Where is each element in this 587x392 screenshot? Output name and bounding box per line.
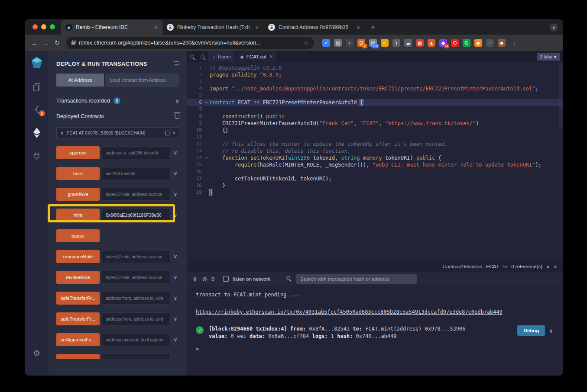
panel-menu-icon[interactable]	[174, 61, 179, 66]
expand-function-chevron-icon[interactable]: ∨	[172, 150, 179, 156]
browser-tab[interactable]: ◆Remix - Ethereum IDE×	[61, 20, 162, 35]
minimize-window-button[interactable]	[41, 24, 46, 29]
result-expand-chevron-icon[interactable]: ∨	[549, 328, 553, 334]
code-line[interactable]: 11	[187, 134, 563, 141]
function-args-input[interactable]	[102, 333, 171, 346]
code-line[interactable]: 18 }	[187, 182, 563, 189]
code-line[interactable]: 3	[187, 78, 563, 85]
code-line[interactable]: 19}	[187, 189, 563, 196]
copy-address-icon[interactable]	[165, 131, 169, 135]
expand-function-chevron-icon[interactable]: ∨	[172, 316, 179, 322]
function-button[interactable]	[56, 354, 100, 359]
ext-info-icon[interactable]: i	[392, 39, 401, 47]
expand-function-chevron-icon[interactable]: ∨	[172, 274, 179, 280]
browser-menu-icon[interactable]: ⋮	[510, 39, 518, 46]
browser-tab[interactable]: ΞRinkeby Transaction Hash (Txh×	[162, 20, 264, 35]
expand-function-chevron-icon[interactable]: ∨	[172, 337, 179, 343]
close-tab-icon[interactable]: ×	[270, 54, 273, 60]
ext-green-g-icon[interactable]: G	[462, 39, 471, 47]
ext-purple-badge-icon[interactable]: ◆14	[439, 39, 448, 47]
expand-function-chevron-icon[interactable]: ∨	[172, 170, 179, 177]
metamask-fox-icon[interactable]: ◆	[474, 39, 483, 47]
function-args-input[interactable]	[102, 209, 171, 222]
ext-blue-check-icon[interactable]: ✓	[322, 39, 331, 47]
ext-console-icon[interactable]: ›	[345, 39, 354, 47]
code-line[interactable]: 10 {}	[187, 127, 563, 134]
expand-function-chevron-icon[interactable]: ∨	[172, 191, 179, 197]
editor-scrollbar[interactable]	[559, 63, 563, 128]
code-line[interactable]: 9 ERC721PresetMinterPauserAutoId("Frank …	[187, 120, 563, 127]
zoom-in-icon[interactable]	[198, 51, 208, 62]
ext-yellow-check-icon[interactable]: ✓	[380, 39, 389, 47]
terminal-search-input[interactable]	[296, 274, 417, 284]
forward-button[interactable]: →	[40, 39, 52, 47]
transactions-expand-chevron-icon[interactable]: ∨	[175, 98, 179, 104]
expand-function-chevron-icon[interactable]: ∨	[172, 212, 179, 218]
function-button[interactable]: setApprovalFo...	[56, 333, 100, 346]
ext-puzzle-icon[interactable]: +	[486, 39, 494, 47]
clear-instances-trash-icon[interactable]	[175, 114, 179, 119]
ext-gas-tracker-icon[interactable]: ▥100	[369, 39, 377, 47]
url-text[interactable]: remix.ethereum.org/#optimize=false&runs=…	[79, 40, 300, 46]
code-line[interactable]: 17 setTokenURI(tokenId, tokenURI);	[187, 175, 563, 182]
plugin-manager-icon[interactable]	[32, 151, 41, 160]
code-line[interactable]: 15 require(hasRole(MINTER_ROLE, _msgSend…	[187, 161, 563, 168]
clear-console-icon[interactable]: ⊘	[202, 276, 208, 283]
etherscan-tx-link[interactable]: https://rinkeby.etherscan.io/tx/0x74031a…	[196, 309, 503, 315]
function-button[interactable]: safeTransferFr...	[56, 292, 100, 305]
function-button[interactable]: safeTransferFr...	[56, 312, 100, 325]
code-line[interactable]: 8 constructor() public	[187, 113, 563, 120]
remix-logo[interactable]	[30, 56, 43, 69]
deploy-run-icon[interactable]	[32, 127, 41, 138]
tab-fcat-sol[interactable]: ◆ FCAT.sol ×	[236, 51, 277, 62]
fold-chevron-icon[interactable]: ▾	[204, 99, 210, 106]
function-args-input[interactable]	[102, 250, 171, 263]
function-args-input[interactable]	[102, 188, 171, 201]
close-tab-icon[interactable]: ×	[356, 24, 361, 31]
expand-function-chevron-icon[interactable]: ∨	[172, 295, 179, 301]
code-line[interactable]: 1// @openzeppelin v3.2.0	[187, 64, 563, 71]
code-line[interactable]: 14▾ function setTokenURI(uint256 tokenId…	[187, 154, 563, 161]
ext-notes-icon[interactable]: ▤	[334, 39, 342, 47]
go-to-reference-icon[interactable]: ↪	[503, 263, 507, 270]
code-line[interactable]: 16	[187, 168, 563, 175]
listen-on-network-checkbox[interactable]	[223, 276, 229, 282]
code-editor[interactable]: 1// @openzeppelin v3.2.02pragma solidity…	[187, 62, 563, 261]
zoom-window-button[interactable]	[50, 24, 55, 29]
close-tab-icon[interactable]: ×	[153, 24, 158, 31]
tab-search-button[interactable]: ∨	[550, 23, 558, 32]
browser-tab[interactable]: ΞContract Address 0x97899b35×	[264, 20, 365, 35]
code-line[interactable]: 5	[187, 92, 563, 99]
function-button[interactable]: approve	[56, 146, 100, 159]
expand-function-chevron-icon[interactable]: ∨	[172, 254, 179, 260]
close-tab-icon[interactable]: ×	[254, 24, 259, 31]
function-button[interactable]: mint	[56, 209, 100, 222]
fold-chevron-icon[interactable]: ▾	[204, 154, 210, 161]
ext-brave-icon[interactable]: ▲	[427, 39, 436, 47]
function-button[interactable]: grantRole	[56, 188, 100, 201]
new-tab-button[interactable]: +	[367, 21, 379, 33]
tab-home[interactable]: ⌂ Home	[208, 51, 236, 62]
ext-red-o-icon[interactable]: O	[451, 39, 459, 47]
at-address-button[interactable]: At Address	[56, 74, 104, 87]
previous-reference-icon[interactable]: ∧	[546, 264, 550, 270]
back-button[interactable]: ←	[29, 39, 40, 47]
code-line[interactable]: 7	[187, 106, 563, 113]
reload-button[interactable]: ↻	[52, 39, 63, 47]
ext-cloud-icon[interactable]: ☁	[404, 39, 412, 47]
function-args-input[interactable]	[102, 146, 171, 159]
debug-button[interactable]: Debug	[517, 325, 545, 336]
remove-instance-icon[interactable]: ×	[172, 130, 175, 136]
function-args-input[interactable]	[102, 271, 171, 284]
contract-collapse-chevron-icon[interactable]: ∨	[60, 130, 64, 136]
function-button[interactable]: pause	[56, 229, 100, 242]
expand-function-chevron-icon[interactable]: ∨	[172, 357, 179, 359]
code-line[interactable]: 2pragma solidity ^0.8.0;	[187, 71, 563, 78]
function-args-input[interactable]	[102, 354, 171, 359]
settings-gear-icon[interactable]: ⚙	[33, 348, 40, 358]
tabs-dropdown[interactable]: 2 tabs ▾	[537, 53, 560, 61]
bookmark-star-icon[interactable]: ☆	[303, 39, 309, 46]
code-line[interactable]: 6▾contract FCAT is ERC721PresetMinterPau…	[187, 99, 563, 106]
zoom-out-icon[interactable]	[187, 51, 198, 62]
code-line[interactable]: 4import "../node_modules/@openzeppelin/c…	[187, 85, 563, 92]
